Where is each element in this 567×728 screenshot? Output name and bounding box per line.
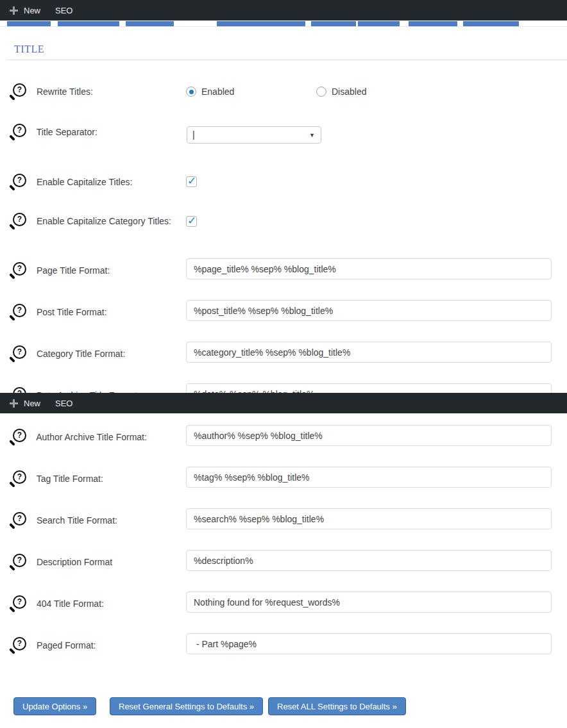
plus-icon[interactable] <box>10 6 18 15</box>
tab[interactable] <box>126 21 174 26</box>
help-magnifier-icon[interactable] <box>13 595 26 609</box>
field-label: 404 Title Format: <box>37 599 104 609</box>
field-label: Paged Format: <box>37 640 96 650</box>
admin-bar-new[interactable]: New <box>24 399 40 408</box>
radio-unselected-icon[interactable] <box>316 87 326 97</box>
section-title: TITLE <box>14 44 44 54</box>
radio-label: Disabled <box>332 87 366 97</box>
help-magnifier-icon[interactable] <box>13 429 26 442</box>
section-header: TITLE <box>6 44 567 60</box>
seo-settings-page: New SEO TITLE Rewrite Titles: Enabled Di… <box>0 0 567 728</box>
select-value: | <box>192 129 195 140</box>
search-title-format-input[interactable] <box>186 508 552 529</box>
tag-title-format-input[interactable] <box>186 467 552 488</box>
update-options-button[interactable]: Update Options » <box>13 697 96 715</box>
description-format-input[interactable] <box>186 550 552 571</box>
radio-option-enabled[interactable]: Enabled <box>186 87 234 97</box>
field-label: Search Title Format: <box>37 515 117 525</box>
admin-bar: New SEO <box>0 0 567 21</box>
field-label: Enable Capitalize Titles: <box>37 177 132 187</box>
admin-bar-seo[interactable]: SEO <box>55 399 72 408</box>
help-magnifier-icon[interactable] <box>13 124 26 137</box>
tab[interactable] <box>358 21 400 26</box>
admin-bar-new[interactable]: New <box>24 6 40 15</box>
field-label: Tag Title Format: <box>37 474 103 484</box>
field-label: Description Format <box>37 557 112 567</box>
help-magnifier-icon[interactable] <box>13 174 26 187</box>
field-label: Author Archive Title Format: <box>36 432 147 442</box>
reset-general-settings-button[interactable]: Reset General Settings to Defaults » <box>110 697 263 715</box>
radio-option-disabled[interactable]: Disabled <box>316 87 366 97</box>
title-separator-select[interactable]: | ▼ <box>187 126 321 144</box>
help-magnifier-icon[interactable] <box>13 262 26 276</box>
tab[interactable] <box>409 21 457 26</box>
help-magnifier-icon[interactable] <box>13 213 26 226</box>
page-title-format-input[interactable] <box>186 258 552 279</box>
tab[interactable] <box>217 21 305 26</box>
tab[interactable] <box>7 21 51 26</box>
post-title-format-input[interactable] <box>186 300 552 321</box>
field-label: Title Separator: <box>37 127 97 137</box>
tab[interactable] <box>311 21 356 26</box>
help-magnifier-icon[interactable] <box>13 304 26 317</box>
chevron-down-icon: ▼ <box>309 128 315 144</box>
404-title-format-input[interactable] <box>186 592 552 613</box>
radio-label: Enabled <box>201 87 234 97</box>
help-magnifier-icon[interactable] <box>13 554 26 567</box>
plus-icon[interactable] <box>10 399 18 408</box>
capitalize-category-titles-checkbox[interactable] <box>186 216 197 227</box>
help-magnifier-icon[interactable] <box>13 470 26 484</box>
tab[interactable] <box>58 21 119 26</box>
capitalize-titles-checkbox[interactable] <box>186 176 197 187</box>
reset-all-settings-button[interactable]: Reset ALL Settings to Defaults » <box>268 697 406 715</box>
field-label: Post Title Format: <box>37 307 107 317</box>
field-label: Rewrite Titles: <box>37 87 93 97</box>
tab-strip <box>0 21 567 27</box>
admin-bar: New SEO <box>0 393 567 413</box>
radio-selected-icon[interactable] <box>186 87 196 97</box>
help-magnifier-icon[interactable] <box>13 345 26 359</box>
help-magnifier-icon[interactable] <box>13 637 26 650</box>
tab[interactable] <box>463 21 519 26</box>
author-archive-title-format-input[interactable] <box>186 425 552 446</box>
field-label: Page Title Format: <box>37 265 110 276</box>
field-label: Category Title Format: <box>37 349 126 359</box>
help-magnifier-icon[interactable] <box>13 83 26 97</box>
paged-format-input[interactable] <box>186 633 552 654</box>
field-label: Enable Capitalize Category Titles: <box>37 216 171 226</box>
help-magnifier-icon[interactable] <box>13 512 26 525</box>
admin-bar-seo[interactable]: SEO <box>55 6 72 15</box>
category-title-format-input[interactable] <box>186 342 552 363</box>
